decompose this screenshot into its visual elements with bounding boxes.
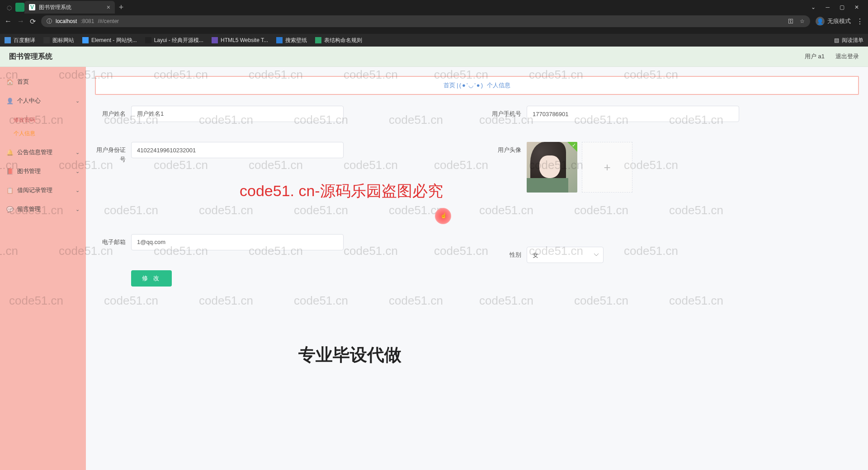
sidebar-item-home[interactable]: 🏠 首页: [0, 72, 86, 91]
bookmark-icon: [5, 37, 11, 43]
bookmark-item[interactable]: 搜索壁纸: [276, 37, 307, 44]
logout-link[interactable]: 退出登录: [835, 52, 859, 61]
sidebar-item-borrow[interactable]: 📋 借阅记录管理 ⌄: [0, 181, 86, 200]
plus-icon: +: [604, 160, 610, 174]
label-avatar: 用户头像: [491, 142, 527, 193]
breadcrumb-home[interactable]: 首页: [443, 82, 455, 89]
key-icon[interactable]: ⚿: [788, 18, 793, 24]
bookmark-item[interactable]: Layui - 经典开源模...: [145, 37, 203, 44]
bookmark-bar: 百度翻译 图标网站 Element - 网站快... Layui - 经典开源模…: [0, 34, 868, 47]
select-gender[interactable]: 女: [527, 247, 604, 263]
menu-icon[interactable]: ⋮: [856, 17, 863, 26]
bookmark-icon: [315, 37, 321, 43]
bookmark-item[interactable]: 百度翻译: [5, 37, 35, 44]
bookmark-icon: [145, 37, 151, 43]
app-root: 图书管理系统 用户 a1 退出登录 🏠 首页 👤 个人中心 ⌄ 修改密码 个人信…: [0, 47, 868, 470]
tab-app-icon: [15, 3, 24, 12]
label-idcard: 用户身份证号: [95, 142, 131, 164]
tab-bar: ◌ V 图书管理系统 × + ⌄ ─ ▢ ✕: [0, 0, 868, 14]
star-icon[interactable]: ☆: [800, 18, 805, 24]
home-icon: 🏠: [6, 79, 13, 85]
incognito-indicator[interactable]: 👤 无痕模式: [816, 17, 851, 26]
chevron-down-icon: ⌄: [75, 188, 80, 193]
submit-button[interactable]: 修 改: [131, 270, 172, 287]
incognito-label: 无痕模式: [827, 17, 851, 25]
input-email[interactable]: [131, 234, 344, 250]
sidebar-sub-password[interactable]: 修改密码: [14, 113, 86, 127]
chevron-down-icon: ⌄: [75, 150, 80, 155]
form-col-right: 用户手机号 用户头像: [491, 106, 859, 306]
list-icon: ▤: [834, 37, 839, 43]
minimize-icon[interactable]: ─: [826, 4, 830, 10]
chevron-down-icon[interactable]: ⌄: [811, 4, 816, 10]
chevron-down-icon: ⌄: [75, 169, 80, 174]
back-icon[interactable]: ←: [5, 17, 12, 25]
chevron-down-icon: ⌄: [75, 207, 80, 212]
reload-icon[interactable]: ⟳: [30, 17, 36, 26]
sidebar-submenu: 修改密码 个人信息: [0, 110, 86, 143]
sidebar-item-personal[interactable]: 👤 个人中心 ⌄: [0, 91, 86, 110]
bookmark-item[interactable]: HTML5 Website T...: [212, 37, 268, 43]
breadcrumb: 首页 |(●'◡'●) 个人信息: [95, 76, 859, 95]
site-info-icon[interactable]: ⓘ: [47, 18, 52, 25]
bookmark-item[interactable]: Element - 网站快...: [82, 37, 137, 44]
incognito-icon: 👤: [816, 17, 825, 26]
favicon-icon: V: [29, 4, 35, 10]
sidebar-sub-info[interactable]: 个人信息: [14, 127, 86, 140]
forward-icon: →: [17, 17, 24, 25]
input-phone[interactable]: [527, 106, 739, 122]
maximize-icon[interactable]: ▢: [840, 4, 844, 10]
form-area: 用户姓名 用户身份证号 电子邮箱 修 改: [95, 106, 859, 306]
form-col-left: 用户姓名 用户身份证号 电子邮箱 修 改: [95, 106, 463, 306]
url-bar[interactable]: ⓘ localhost:8081/#/center ⚿ ☆: [41, 15, 810, 27]
new-tab-button[interactable]: +: [115, 3, 127, 12]
bookmark-icon: [82, 37, 89, 43]
bookmark-item[interactable]: 图标网站: [43, 37, 74, 44]
browser-chrome: ◌ V 图书管理系统 × + ⌄ ─ ▢ ✕ ← → ⟳ ⓘ localhost…: [0, 0, 868, 34]
breadcrumb-face: |(●'◡'●): [457, 82, 484, 89]
clipboard-icon: 📋: [6, 187, 13, 193]
content-area: 首页 |(●'◡'●) 个人信息 用户姓名 用户身份证号 电子: [86, 67, 868, 470]
label-username: 用户姓名: [95, 106, 131, 122]
url-host: localhost: [56, 18, 77, 24]
avatar-illustration: [527, 142, 577, 193]
header-user[interactable]: 用户 a1: [805, 52, 825, 61]
bookmark-icon: [43, 37, 50, 43]
avatar-image[interactable]: [527, 142, 577, 193]
book-icon: 📕: [6, 168, 13, 174]
close-window-icon[interactable]: ✕: [854, 4, 859, 10]
address-bar-row: ← → ⟳ ⓘ localhost:8081/#/center ⚿ ☆ 👤 无痕…: [0, 14, 868, 28]
bookmark-item[interactable]: 表结构命名规则: [315, 37, 362, 44]
sidebar-item-notice[interactable]: 🔔 公告信息管理 ⌄: [0, 143, 86, 162]
url-path: /#/center: [98, 18, 119, 24]
chevron-down-icon: ⌄: [75, 98, 80, 104]
reading-list-button[interactable]: ▤ 阅读清单: [834, 37, 863, 44]
tab-title: 图书管理系统: [39, 4, 103, 11]
bell-icon: 🔔: [6, 149, 13, 155]
bookmark-icon: [276, 37, 283, 43]
tab-globe-icon: ◌: [3, 1, 15, 14]
sidebar-item-comment[interactable]: 💬 留言管理 ⌄: [0, 200, 86, 219]
app-logo: 图书管理系统: [9, 52, 52, 61]
bookmark-icon: [212, 37, 218, 43]
chat-icon: 💬: [6, 206, 13, 212]
input-username[interactable]: [131, 106, 344, 122]
user-icon: 👤: [6, 98, 13, 104]
breadcrumb-current: 个人信息: [487, 82, 510, 89]
label-gender: 性别: [491, 247, 527, 263]
app-header: 图书管理系统 用户 a1 退出登录: [0, 47, 868, 67]
label-phone: 用户手机号: [491, 106, 527, 122]
sidebar: 🏠 首页 👤 个人中心 ⌄ 修改密码 个人信息 🔔 公告信息管理 ⌄ 📕 图书管…: [0, 67, 86, 470]
sidebar-item-books[interactable]: 📕 图书管理 ⌄: [0, 162, 86, 181]
avatar-upload-button[interactable]: +: [582, 142, 632, 193]
label-email: 电子邮箱: [95, 234, 131, 250]
browser-tab[interactable]: V 图书管理系统 ×: [24, 1, 115, 14]
tab-close-icon[interactable]: ×: [107, 4, 110, 11]
app-main: 🏠 首页 👤 个人中心 ⌄ 修改密码 个人信息 🔔 公告信息管理 ⌄ 📕 图书管…: [0, 67, 868, 470]
url-port: :8081: [80, 18, 94, 24]
input-idcard[interactable]: [131, 142, 344, 158]
window-controls: ⌄ ─ ▢ ✕: [811, 4, 865, 10]
